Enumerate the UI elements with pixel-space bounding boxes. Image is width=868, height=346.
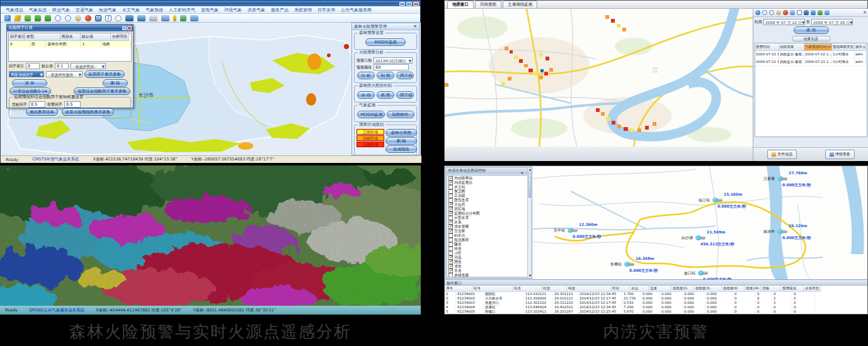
layer-checkbox[interactable] bbox=[448, 233, 453, 238]
output-row[interactable]: 361234003营盘河口112.30122229.3112222014/12/… bbox=[445, 301, 867, 305]
layer-item[interactable]: 内涝监测点 bbox=[448, 181, 525, 185]
output-row[interactable]: 261234002大石桥水库112.20000029.2011112014/12… bbox=[445, 296, 867, 301]
layer-checkbox[interactable] bbox=[448, 247, 453, 251]
menu-item[interactable]: 气象实况 bbox=[29, 7, 47, 13]
pin-icon[interactable] bbox=[173, 15, 176, 21]
layer-run-icon[interactable] bbox=[25, 15, 31, 21]
dialog-minimize-icon[interactable] bbox=[122, 26, 127, 30]
add-button[interactable]: 添 加 bbox=[12, 79, 47, 87]
factor-table[interactable]: 因子索引类型图层名默认值分析字段 0面森林分布图1地类 bbox=[8, 33, 132, 62]
map-view-icon[interactable] bbox=[125, 15, 134, 21]
result-row[interactable]: 2009-07-22 1...风险提示-暴雨...2009-07-22 1...… bbox=[755, 51, 867, 59]
monitor-button[interactable]: MODIS监测 bbox=[357, 111, 385, 118]
menu-item[interactable]: 旅游气象 bbox=[99, 7, 117, 13]
layer-item[interactable]: 乡镇道路 bbox=[448, 273, 525, 277]
warn-date-select[interactable]: 2013年10月08日▼ bbox=[374, 57, 413, 64]
menu-item[interactable]: 日常发布 bbox=[317, 7, 335, 13]
globe-icon[interactable] bbox=[755, 10, 760, 15]
analysis-button[interactable]: 因子值 bbox=[396, 72, 414, 79]
menu-item[interactable]: 系统管理 bbox=[294, 7, 312, 13]
layer-panel-titlebar[interactable]: 内涝业务信息图层控制 ▾ ✕ bbox=[446, 167, 532, 174]
layer-item[interactable]: 自动雨量站 bbox=[448, 176, 525, 181]
zoom-next-icon[interactable] bbox=[45, 15, 51, 21]
set-fire-display-button[interactable]: 设置火险预报图显示参数 bbox=[62, 108, 115, 116]
layer-item[interactable]: 河流 bbox=[448, 255, 525, 260]
layer-checkbox[interactable] bbox=[448, 269, 453, 273]
tab-daily-rain[interactable]: 日雨量图 bbox=[475, 1, 501, 8]
level-action-button[interactable]: 森林分布图 bbox=[385, 129, 417, 137]
layer-item[interactable]: 水系 bbox=[448, 220, 525, 225]
refresh-icon[interactable]: 2 bbox=[105, 15, 111, 21]
layer-checkbox[interactable] bbox=[448, 242, 453, 247]
globe-icon[interactable] bbox=[4, 15, 11, 21]
layer-item[interactable]: 立交桥 bbox=[448, 229, 525, 233]
layer-draw-button[interactable]: 因子值 bbox=[396, 91, 414, 99]
status-system-link[interactable]: CMSTS中国气象业务系统 bbox=[32, 157, 79, 162]
layer-checkbox[interactable] bbox=[448, 189, 453, 194]
weight-input[interactable]: 0.5 bbox=[64, 101, 81, 108]
monitor-button[interactable]: 制图标绘 bbox=[387, 111, 414, 118]
date-to-picker[interactable]: 2009 年 07 月 29 日▼ bbox=[811, 19, 853, 25]
maximize-button[interactable] bbox=[406, 2, 412, 6]
chart-icon[interactable] bbox=[137, 15, 146, 21]
menu-item[interactable]: 环境气象 bbox=[224, 7, 242, 13]
menu-item[interactable]: 气象信息 bbox=[6, 7, 23, 13]
factor-type-select[interactable]: 风险等级因子▼ bbox=[9, 71, 44, 77]
chart-icon[interactable] bbox=[811, 10, 816, 15]
layer-checkbox[interactable] bbox=[448, 273, 453, 277]
menu-item[interactable]: 林业气象 bbox=[52, 7, 70, 13]
dialog-titlebar[interactable]: 火险因子计算 bbox=[7, 25, 133, 31]
status-system-link[interactable]: DM365公共气象服务业务系统 bbox=[29, 308, 84, 313]
panel-pin-icon[interactable]: ✕ bbox=[413, 24, 417, 29]
layer-select[interactable]: --请选择图层--▼ bbox=[71, 63, 106, 69]
refresh-icon[interactable] bbox=[797, 10, 802, 15]
pan-hand-icon[interactable] bbox=[75, 15, 81, 21]
layer-item[interactable]: 监测站点分布图 bbox=[448, 211, 525, 216]
test-display-button[interactable]: 测试显示结果 bbox=[26, 108, 58, 116]
print-icon[interactable] bbox=[149, 15, 157, 21]
zoom-in-icon[interactable] bbox=[762, 10, 767, 15]
search-icon[interactable] bbox=[115, 15, 122, 21]
window-icon[interactable] bbox=[95, 15, 101, 21]
layer-item[interactable]: 警卫图 bbox=[448, 189, 525, 194]
layer-item[interactable]: 国道 bbox=[448, 260, 525, 264]
menu-item[interactable]: 人工影响天气 bbox=[169, 7, 195, 13]
zoom-in-icon[interactable] bbox=[55, 15, 61, 21]
layer-item[interactable]: 小区 bbox=[448, 251, 525, 255]
close-button[interactable] bbox=[413, 2, 419, 6]
layer-checkbox[interactable] bbox=[448, 229, 453, 233]
layer-item[interactable]: 文化宫 bbox=[448, 203, 525, 207]
set-param-button[interactable]: 设置因子显示参数 bbox=[84, 70, 125, 78]
back-icon[interactable] bbox=[818, 10, 823, 15]
layer-checkbox[interactable] bbox=[448, 181, 453, 185]
pan-hand-icon[interactable] bbox=[776, 10, 781, 15]
flood-monitor-map[interactable]: 江 bbox=[445, 9, 753, 147]
menu-item[interactable]: 雷电气象 bbox=[201, 7, 219, 13]
delete-factor-button[interactable]: 删 除 bbox=[103, 79, 128, 87]
tab-soil-moisture[interactable]: 土壤墒情监测 bbox=[503, 1, 537, 8]
back-icon[interactable] bbox=[180, 15, 186, 21]
fire-map-area[interactable]: 长沙市 火险因子计算 因子索引类型图层名默认值分析字段 0面 bbox=[1, 23, 421, 155]
layer-item[interactable]: 街道 bbox=[448, 247, 525, 251]
analysis-button[interactable]: 制 图 bbox=[377, 72, 394, 79]
layer-item[interactable]: 居民地 bbox=[448, 207, 525, 211]
date-from-picker[interactable]: 2009 年 07 月 22 日▼ bbox=[763, 19, 805, 25]
layer-checkbox[interactable] bbox=[448, 238, 453, 242]
layer-scrollbar[interactable]: ▲ ▼ bbox=[527, 167, 532, 278]
menu-item[interactable]: 气象预报 bbox=[146, 7, 163, 13]
layer-item[interactable]: 隧道 bbox=[448, 242, 525, 247]
level-action-button[interactable]: 删 除 bbox=[385, 137, 417, 145]
layer-item[interactable]: 防汛仓库 bbox=[448, 198, 525, 203]
query-button[interactable]: 查 询 bbox=[794, 26, 829, 34]
layer-item[interactable]: 积水点 bbox=[448, 233, 525, 238]
stop-icon[interactable] bbox=[783, 10, 788, 15]
map-view-icon[interactable] bbox=[804, 10, 809, 15]
export-icon[interactable] bbox=[161, 15, 169, 21]
zoom-out-icon[interactable] bbox=[65, 15, 71, 21]
remote-sensing-image[interactable] bbox=[0, 165, 421, 306]
layer-checkbox[interactable] bbox=[448, 194, 453, 198]
layer-item[interactable]: 省道 bbox=[448, 264, 525, 269]
contrib-input[interactable]: 0.5 bbox=[29, 101, 45, 108]
layer-item[interactable]: 水文站 bbox=[448, 185, 525, 189]
window-icon[interactable] bbox=[790, 10, 795, 15]
